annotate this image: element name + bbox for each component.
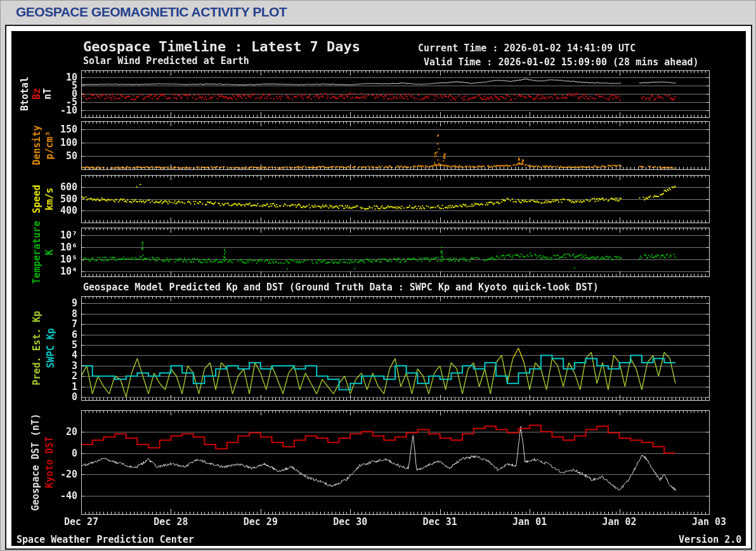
axis-title-density: p/cm³ — [44, 131, 55, 159]
page: GEOSPACE GEOMAGNETIC ACTIVITY PLOT Geosp… — [0, 0, 756, 551]
x-tick-label: Dec 29 — [232, 516, 289, 528]
valid-time-label: Valid Time : 2026-01-02 15:09:00 (28 min… — [418, 56, 699, 68]
solar-wind-subtitle: Solar Wind Predicted at Earth — [83, 55, 249, 67]
y-tick-label-kp: 2 — [39, 370, 77, 382]
y-tick-label-kp: 8 — [39, 308, 77, 320]
y-tick-label-dst: -40 — [39, 490, 77, 502]
footer-version: Version 2.0 — [679, 534, 741, 545]
x-tick-label: Dec 30 — [322, 516, 379, 528]
plot-area: Geospace Timeline : Latest 7 Days Curren… — [11, 31, 746, 546]
y-tick-label-kp: 1 — [39, 381, 77, 392]
y-tick-label-dst: 20 — [39, 426, 77, 438]
y-tick-label-temperature: 10⁵ — [39, 254, 77, 265]
plot-frame: Geospace Timeline : Latest 7 Days Curren… — [5, 25, 752, 550]
x-tick-label: Dec 28 — [142, 516, 199, 528]
x-tick-label: Jan 02 — [591, 516, 648, 528]
axis-title-magnetic_field: nT — [42, 88, 53, 100]
axis-title-magnetic_field: Bz — [31, 88, 42, 100]
x-tick-label: Jan 01 — [501, 516, 558, 528]
kp-dst-section-title: Geospace Model Predicted Kp and DST (Gro… — [83, 282, 599, 293]
axis-title-kp: SWPC Kp — [45, 328, 56, 368]
axis-title-density: Density — [31, 125, 42, 165]
axis-title-speed: km/s — [44, 187, 55, 210]
axis-title-temperature: K — [44, 249, 55, 255]
x-tick-label: Dec 27 — [53, 516, 110, 528]
current-time-label: Current Time : 2026-01-02 14:41:09 UTC — [418, 42, 635, 54]
y-tick-label-magnetic_field: -10 — [39, 105, 77, 116]
plot-title: Geospace Timeline : Latest 7 Days — [83, 39, 360, 55]
header-bar: GEOSPACE GEOMAGNETIC ACTIVITY PLOT — [1, 1, 755, 23]
axis-title-magnetic_field: Btotal — [19, 77, 30, 111]
axis-title-dst: Geospace DST (nT) — [30, 413, 41, 511]
axis-title-dst: Kyoto DST — [44, 436, 55, 488]
axis-title-temperature: Temperature — [31, 221, 42, 283]
footer-credit: Space Weather Prediction Center — [16, 534, 194, 545]
y-tick-label-temperature: 10⁷ — [39, 230, 77, 241]
x-tick-label: Dec 31 — [412, 516, 469, 528]
y-tick-label-kp: 9 — [39, 297, 77, 309]
axis-title-speed: Speed — [31, 185, 42, 213]
page-title: GEOSPACE GEOMAGNETIC ACTIVITY PLOT — [16, 4, 287, 20]
x-tick-label: Jan 03 — [681, 516, 738, 528]
y-tick-label-temperature: 10⁴ — [39, 266, 77, 277]
y-tick-label-kp: 0 — [39, 391, 77, 403]
axis-title-kp: Pred. Est. Kp — [31, 311, 42, 385]
